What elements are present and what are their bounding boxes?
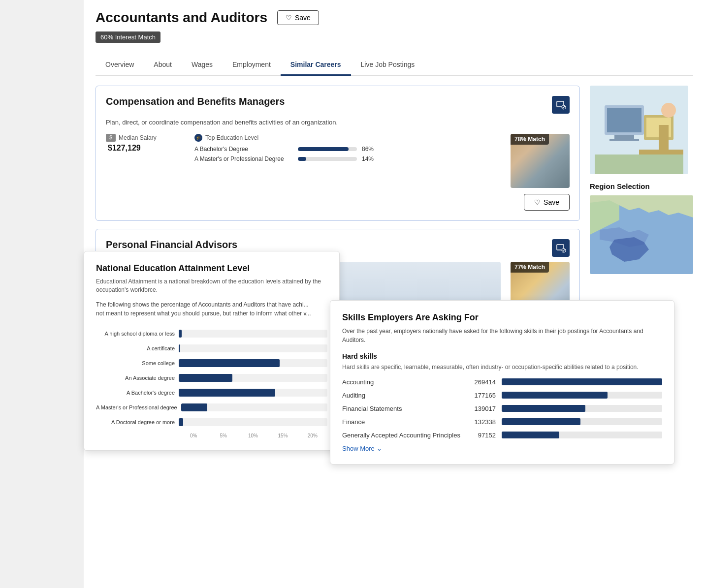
skill-row-finance: Finance 132338 — [342, 418, 662, 426]
hard-skills-desc: Hard skills are specific, learnable, mea… — [342, 363, 662, 371]
career-icon-2 — [552, 239, 570, 257]
career-desc-1: Plan, direct, or coordinate compensation… — [106, 119, 570, 126]
svg-rect-12 — [659, 125, 669, 150]
skill-row-auditing: Auditing 177165 — [342, 392, 662, 399]
svg-rect-8 — [609, 139, 639, 141]
career-title-2: Personal Financial Advisors — [106, 239, 237, 250]
card-save-button-1[interactable]: ♡ Save — [524, 194, 570, 211]
chart-row-hs: A high school diploma or less — [96, 330, 327, 338]
page-title: Accountants and Auditors — [96, 10, 267, 26]
edu-panel-title: National Education Attainment Level — [96, 263, 327, 274]
salary-value-1: $127,129 — [106, 144, 175, 153]
skill-row-accounting: Accounting 269414 — [342, 378, 662, 386]
tab-wages[interactable]: Wages — [182, 55, 223, 76]
show-more-button[interactable]: Show More ⌄ — [342, 445, 662, 452]
header-save-button[interactable]: ♡ Save — [277, 10, 319, 25]
edu-panel-subtitle: Educational Attainment is a national bre… — [96, 278, 327, 294]
skill-row-financial-statements: Financial Statements 139017 — [342, 405, 662, 412]
heart-icon: ♡ — [286, 14, 292, 22]
career-image-1: 78% Match — [511, 134, 570, 188]
map-placeholder[interactable] — [590, 195, 693, 274]
edu-row-masters: A Master's or Professional Degree 14% — [194, 155, 491, 162]
tab-similar-careers[interactable]: Similar Careers — [281, 55, 351, 76]
education-panel: National Education Attainment Level Educ… — [84, 251, 340, 451]
chart-row-doctoral: A Doctoral degree or more — [96, 418, 327, 426]
chevron-down-icon: ⌄ — [377, 445, 382, 452]
heart-icon-card1: ♡ — [534, 198, 541, 206]
match-badge-1: 78% Match — [511, 134, 549, 145]
nav-tabs: Overview About Wages Employment Similar … — [96, 55, 693, 76]
region-title: Region Selection — [590, 182, 693, 190]
career-card-1: Compensation and Benefits Managers Plan,… — [96, 86, 580, 221]
edu-panel-desc: The following shows the percentage of Ac… — [96, 300, 327, 318]
chart-row-cert: A certificate — [96, 344, 327, 352]
chart-row-some-college: Some college — [96, 359, 327, 367]
education-chart: A high school diploma or less A certific… — [96, 326, 327, 438]
svg-rect-6 — [607, 108, 641, 132]
sidebar: Region Selection — [590, 86, 693, 334]
salary-label-1: $ Median Salary — [106, 134, 175, 142]
tab-about[interactable]: About — [144, 55, 182, 76]
edu-row-bachelor: A Bachelor's Degree 86% — [194, 146, 491, 153]
tab-overview[interactable]: Overview — [96, 55, 144, 76]
hard-skills-title: Hard skills — [342, 352, 662, 360]
chart-axis: 0% 5% 10% 15% 20% — [179, 433, 327, 438]
tab-employment[interactable]: Employment — [223, 55, 281, 76]
skills-panel-title: Skills Employers Are Asking For — [342, 312, 662, 323]
chart-row-masters: A Master's or Professional degree — [96, 403, 327, 411]
career-title-1: Compensation and Benefits Managers — [106, 96, 285, 107]
interest-match-badge: 60% Interest Match — [96, 31, 160, 43]
svg-rect-14 — [595, 155, 683, 174]
edu-icon: 🎓 — [194, 134, 202, 142]
match-badge-2: 77% Match — [511, 262, 549, 273]
tab-live-job-postings[interactable]: Live Job Postings — [351, 55, 425, 76]
svg-point-13 — [661, 103, 676, 118]
sidebar-image — [590, 86, 688, 174]
chart-row-bachelor: A Bachelor's degree — [96, 389, 327, 397]
career-icon-1 — [552, 96, 570, 114]
svg-rect-7 — [614, 135, 634, 139]
edu-label-1: 🎓 Top Education Level — [194, 134, 491, 142]
chart-row-associate: An Associate degree — [96, 374, 327, 382]
salary-icon: $ — [106, 134, 116, 142]
skills-panel: Skills Employers Are Asking For Over the… — [330, 300, 674, 464]
skill-row-gaap: Generally Accepted Accounting Principles… — [342, 432, 662, 439]
region-section: Region Selection — [590, 182, 693, 274]
skills-panel-desc: Over the past year, employers nationally… — [342, 327, 662, 344]
